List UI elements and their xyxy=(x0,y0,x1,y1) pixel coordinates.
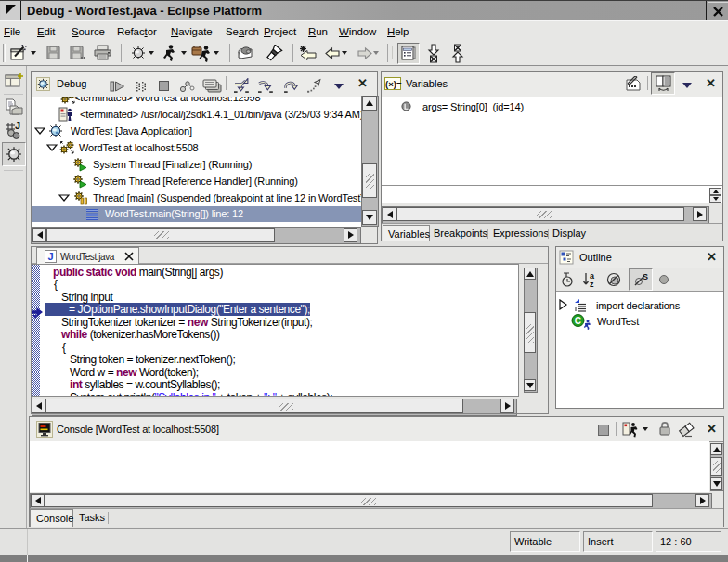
svg-text:C: C xyxy=(575,316,581,326)
svg-text:J: J xyxy=(15,121,20,131)
svg-text:S: S xyxy=(643,272,648,281)
svg-text:(×)=: (×)= xyxy=(385,79,402,89)
svg-text:z: z xyxy=(590,280,594,288)
svg-text:J: J xyxy=(48,251,54,262)
